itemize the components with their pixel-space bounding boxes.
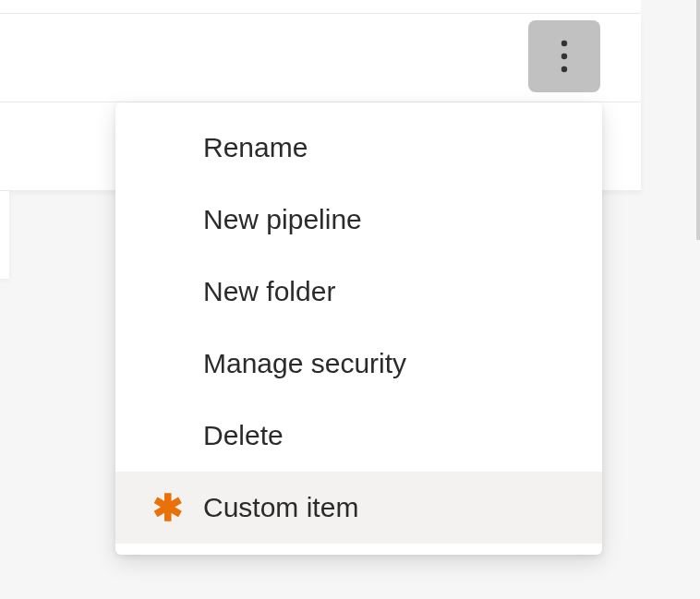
more-vertical-icon bbox=[561, 40, 568, 73]
menu-item-delete[interactable]: Delete bbox=[115, 400, 602, 472]
menu-item-label: New folder bbox=[203, 276, 335, 307]
menu-item-custom[interactable]: ✱ Custom item bbox=[115, 472, 602, 544]
svg-point-2 bbox=[561, 66, 567, 72]
svg-point-0 bbox=[561, 41, 567, 46]
list-row bbox=[0, 0, 641, 14]
menu-item-new-folder[interactable]: New folder bbox=[115, 256, 602, 328]
asterisk-icon: ✱ bbox=[152, 492, 184, 523]
menu-item-label: Custom item bbox=[203, 492, 358, 523]
list-row[interactable] bbox=[0, 191, 9, 279]
menu-item-rename[interactable]: Rename bbox=[115, 112, 602, 184]
menu-item-label: Delete bbox=[203, 420, 284, 451]
menu-item-label: Manage security bbox=[203, 348, 406, 379]
menu-item-label: New pipeline bbox=[203, 204, 362, 235]
svg-point-1 bbox=[561, 54, 567, 59]
context-menu: Rename New pipeline New folder Manage se… bbox=[115, 102, 602, 555]
scrollbar[interactable] bbox=[696, 0, 700, 240]
menu-item-manage-security[interactable]: Manage security bbox=[115, 328, 602, 400]
more-options-button[interactable] bbox=[528, 20, 600, 92]
menu-item-new-pipeline[interactable]: New pipeline bbox=[115, 184, 602, 256]
menu-item-label: Rename bbox=[203, 132, 308, 163]
